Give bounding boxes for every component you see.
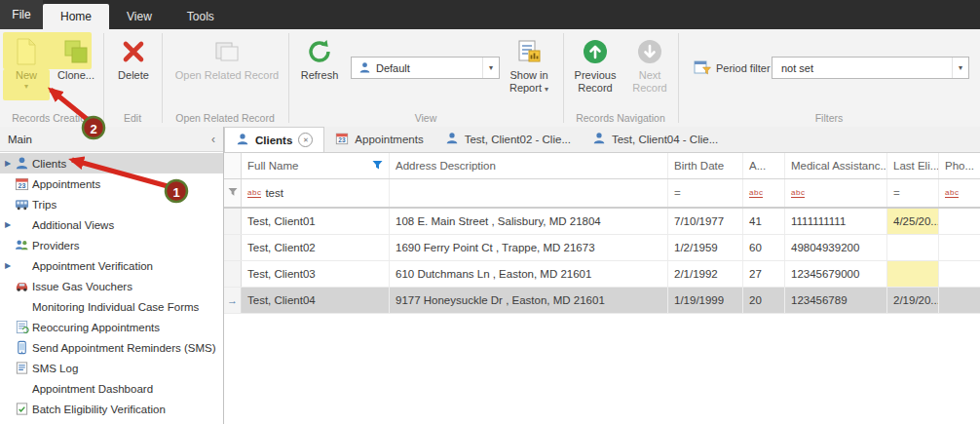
sidebar-item-appointment-verification[interactable]: ▶ Appointment Verification xyxy=(0,255,223,276)
ribbon-separator xyxy=(563,33,564,123)
clients-grid: Full Name Address Description Birth Date… xyxy=(224,153,980,424)
group-label-open-related: Open Related Record xyxy=(162,112,288,124)
delete-x-icon xyxy=(119,37,148,66)
new-document-icon xyxy=(12,37,41,66)
report-icon xyxy=(514,37,544,66)
grid-filter-row: test = = xyxy=(224,179,980,209)
sidebar-item-clients[interactable]: ▶ Clients xyxy=(0,153,223,173)
sidebar-item-issue-gas-vouchers[interactable]: Issue Gas Vouchers xyxy=(0,276,223,296)
column-header-address[interactable]: Address Description xyxy=(390,153,668,178)
period-filter-label: Period filter xyxy=(694,59,771,77)
filter-address[interactable] xyxy=(390,179,668,207)
new-button[interactable]: New ▾ xyxy=(4,32,49,115)
sidebar-item-monitoring-individual-case-forms[interactable]: Monitoring Individual Case Forms xyxy=(0,296,223,317)
clone-button[interactable]: Clone... xyxy=(53,32,99,115)
sidebar-item-appointments[interactable]: 23 Appointments xyxy=(0,173,223,194)
table-row[interactable]: Test, Client02 1690 Ferry Point Ct , Tra… xyxy=(224,235,980,261)
current-row-arrow-icon: → xyxy=(227,294,238,306)
filter-medical-assistance[interactable] xyxy=(785,179,887,207)
sidebar-item-reoccuring-appointments[interactable]: Reoccuring Appointments xyxy=(0,317,223,337)
svg-text:23: 23 xyxy=(19,182,26,189)
open-related-record-icon xyxy=(212,37,242,66)
collapse-sidebar-icon[interactable]: ‹ xyxy=(211,133,215,146)
filter-row-icon xyxy=(228,187,238,199)
text-filter-icon xyxy=(247,188,261,198)
sidebar-item-appointment-dashboard[interactable]: Appointment Dashboard xyxy=(0,378,223,399)
ribbon-separator xyxy=(288,33,289,123)
period-filter-icon xyxy=(694,59,711,77)
menu-file[interactable]: File xyxy=(0,0,43,29)
phone-icon xyxy=(13,340,31,355)
people-icon xyxy=(13,238,31,252)
person-icon xyxy=(592,132,606,147)
filter-phone[interactable] xyxy=(939,179,980,207)
column-header-full-name[interactable]: Full Name xyxy=(242,153,390,178)
delete-button[interactable]: Delete xyxy=(109,32,158,115)
table-row[interactable]: Test, Client03 610 Dutchmans Ln , Easton… xyxy=(224,261,980,288)
table-row-selected[interactable]: → Test, Client04 9177 Honeysuckle Dr , E… xyxy=(224,288,980,314)
sidebar-item-sms-log[interactable]: SMS Log xyxy=(0,358,223,378)
filter-age[interactable] xyxy=(743,179,785,207)
sidebar-item-send-appointment-reminders[interactable]: Send Appointment Reminders (SMS) xyxy=(0,337,223,358)
previous-record-button[interactable]: Previous Record xyxy=(568,32,622,115)
sidebar-title: Main xyxy=(8,134,32,145)
filter-full-name[interactable]: test xyxy=(242,179,390,207)
chevron-right-icon: ▶ xyxy=(3,159,13,168)
calendar-icon: 23 xyxy=(335,132,349,147)
person-icon xyxy=(236,133,249,148)
tab-appointments[interactable]: 23 Appointments xyxy=(324,127,433,152)
close-tab-icon[interactable] xyxy=(298,133,313,147)
show-in-report-button[interactable]: Show in Report ▾ xyxy=(499,32,559,115)
ribbon: New ▾ Clone... Delete Open Related Recor… xyxy=(0,29,980,128)
tab-client04[interactable]: Test, Client04 - Clie... xyxy=(582,127,729,152)
combo-dropdown-icon[interactable]: ▾ xyxy=(952,58,968,78)
column-header-phone[interactable]: Pho... xyxy=(939,153,980,178)
person-icon xyxy=(13,156,31,171)
tab-clients[interactable]: Clients xyxy=(224,127,324,152)
view-selector-combo[interactable]: Default ▾ xyxy=(351,57,500,79)
sidebar-item-providers[interactable]: Providers xyxy=(0,235,223,255)
recurring-document-icon xyxy=(13,320,31,334)
table-row[interactable]: Test, Client01 108 E. Main Street , Sali… xyxy=(224,209,980,235)
clone-icon xyxy=(61,37,91,66)
text-filter-icon xyxy=(945,188,959,198)
group-label-edit: Edit xyxy=(103,112,162,124)
dropdown-caret-icon: ▾ xyxy=(24,82,28,91)
ribbon-separator xyxy=(103,33,104,123)
ribbon-separator xyxy=(678,33,679,123)
open-related-record-button[interactable]: Open Related Record xyxy=(171,32,283,115)
document-tabbar: Clients 23 Appointments Test, Client02 -… xyxy=(224,127,980,153)
sidebar-item-trips[interactable]: Trips xyxy=(0,194,223,214)
svg-text:23: 23 xyxy=(339,136,347,143)
column-header-age[interactable]: A... xyxy=(743,153,785,178)
sidebar-item-additional-views[interactable]: ▶ Additional Views xyxy=(0,214,223,235)
period-filter-combo[interactable]: not set ▾ xyxy=(772,57,969,79)
up-arrow-circle-icon xyxy=(581,37,610,66)
text-filter-icon xyxy=(791,188,805,198)
next-record-button[interactable]: Next Record xyxy=(624,32,675,115)
chevron-right-icon: ▶ xyxy=(3,261,13,270)
menu-tab-view[interactable]: View xyxy=(109,4,170,29)
text-filter-icon xyxy=(749,188,763,198)
filter-birth-date[interactable]: = xyxy=(668,179,743,207)
group-label-records-navigation: Records Navigation xyxy=(563,112,678,124)
ribbon-separator xyxy=(162,33,163,123)
person-icon xyxy=(445,132,459,147)
column-header-birth-date[interactable]: Birth Date xyxy=(668,153,743,178)
filter-last-eligibility[interactable]: = xyxy=(887,179,939,207)
menu-tab-tools[interactable]: Tools xyxy=(170,4,232,29)
person-icon xyxy=(357,60,372,76)
filter-funnel-icon[interactable] xyxy=(372,160,383,173)
dropdown-caret-icon: ▾ xyxy=(545,85,548,94)
tab-client02[interactable]: Test, Client02 - Clie... xyxy=(434,127,582,152)
refresh-button[interactable]: Refresh xyxy=(294,32,345,115)
group-label-records-creation: Records Creation xyxy=(0,112,103,124)
grid-header-row: Full Name Address Description Birth Date… xyxy=(224,153,980,179)
combo-dropdown-icon[interactable]: ▾ xyxy=(482,58,499,78)
menu-tab-home[interactable]: Home xyxy=(43,4,109,29)
sidebar-items: ▶ Clients 23 Appointments Trips ▶ Additi… xyxy=(0,153,223,419)
column-header-last-eligibility[interactable]: Last Eli... xyxy=(887,153,939,178)
refresh-icon xyxy=(305,37,334,66)
column-header-medical-assistance[interactable]: Medical Assistanc... xyxy=(785,153,887,178)
sidebar-item-batch-eligibility-verification[interactable]: Batch Eligibility Verification xyxy=(0,399,223,419)
